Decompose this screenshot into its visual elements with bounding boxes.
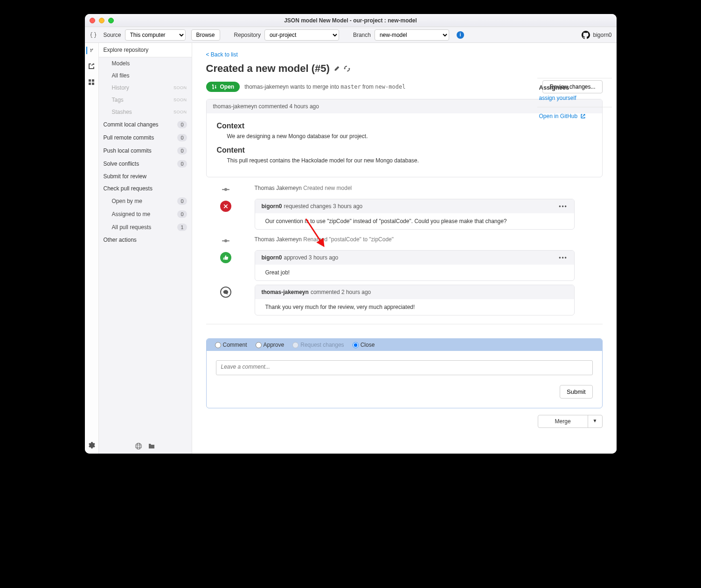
open-github-link[interactable]: Open in GitHub bbox=[539, 113, 586, 119]
pr-title: Created a new model (#5) bbox=[206, 63, 603, 75]
apps-icon[interactable] bbox=[88, 78, 95, 86]
sidebar-item-tags: TagsSOON bbox=[99, 94, 192, 106]
commit-line: Thomas Jakemeyn Created new model bbox=[255, 182, 603, 194]
sidebar-item-check-pr[interactable]: Check pull requests bbox=[99, 182, 192, 195]
review-comment: Thank you very much for the review, very… bbox=[255, 299, 574, 315]
refresh-icon[interactable] bbox=[344, 65, 350, 72]
review-panel-approve: bigorn0 approved 3 hours ago••• Great jo… bbox=[255, 250, 575, 281]
merge-desc: thomas-jakemeyn wants to merge into mast… bbox=[244, 84, 405, 90]
sidebar: Explore repository Models All files Hist… bbox=[99, 43, 192, 454]
folder-icon[interactable] bbox=[148, 442, 155, 450]
sidebar-item-all-pr[interactable]: All pull requests1 bbox=[99, 221, 192, 234]
sidebar-item-all-files[interactable]: All files bbox=[99, 70, 192, 82]
sidebar-item-stashes: StashesSOON bbox=[99, 106, 192, 118]
review-comment: Great job! bbox=[255, 265, 574, 280]
review-comment: Our convention is to use "zipCode" inste… bbox=[255, 213, 574, 229]
maximize-window-icon[interactable] bbox=[108, 18, 114, 23]
minimize-window-icon[interactable] bbox=[99, 18, 104, 23]
commit-icon bbox=[220, 184, 231, 195]
content-heading: Content bbox=[217, 146, 592, 154]
more-icon[interactable]: ••• bbox=[559, 203, 568, 210]
status-pill: Open bbox=[206, 82, 240, 92]
github-icon bbox=[582, 31, 590, 39]
review-panel-request: bigorn0 requested changes 3 hours ago•••… bbox=[255, 199, 575, 230]
reject-icon bbox=[220, 201, 231, 212]
sidebar-item-assigned-to-me[interactable]: Assigned to me0 bbox=[99, 208, 192, 221]
sidebar-item-other[interactable]: Other actions bbox=[99, 234, 192, 246]
comment-icon bbox=[220, 287, 231, 298]
opt-approve[interactable]: Approve bbox=[256, 342, 285, 348]
github-user[interactable]: bigorn0 bbox=[582, 31, 611, 39]
import-icon[interactable] bbox=[88, 63, 95, 70]
opt-comment[interactable]: Comment bbox=[215, 342, 247, 348]
pr-icon bbox=[212, 84, 217, 90]
sidebar-item-history: HistorySOON bbox=[99, 82, 192, 94]
more-icon[interactable]: ••• bbox=[559, 254, 568, 261]
app-window: JSON model New Model - our-project : new… bbox=[85, 14, 617, 454]
toolbar: Source This computer Browse Repository o… bbox=[85, 27, 617, 43]
commit-icon bbox=[220, 235, 231, 246]
titlebar: JSON model New Model - our-project : new… bbox=[85, 14, 617, 27]
sidebar-item-push-local[interactable]: Push local commits0 bbox=[99, 144, 192, 157]
approve-icon bbox=[220, 252, 231, 263]
assign-yourself-link[interactable]: assign yourself bbox=[539, 95, 576, 101]
source-select[interactable]: This computer bbox=[125, 29, 186, 41]
source-label: Source bbox=[104, 32, 121, 38]
window-title: JSON model New Model - our-project : new… bbox=[85, 17, 617, 24]
github-username: bigorn0 bbox=[593, 32, 611, 38]
repo-label: Repository bbox=[234, 32, 261, 38]
opt-request-changes: Request changes bbox=[292, 342, 344, 348]
external-link-icon bbox=[580, 113, 586, 119]
context-heading: Context bbox=[217, 122, 592, 130]
icon-rail bbox=[85, 43, 99, 454]
back-link[interactable]: < Back to list bbox=[206, 51, 603, 58]
commit-line: Thomas Jakemeyn Renamed "postalCode" to … bbox=[255, 233, 603, 245]
comment-textarea[interactable] bbox=[216, 360, 593, 375]
explore-header: Explore repository bbox=[99, 43, 192, 57]
edit-icon[interactable] bbox=[333, 65, 340, 72]
context-text: We are designing a new Mongo database fo… bbox=[227, 133, 592, 140]
merge-caret-icon[interactable]: ▼ bbox=[588, 415, 602, 427]
sidebar-item-pull-remote[interactable]: Pull remote commits0 bbox=[99, 131, 192, 144]
repo-select[interactable]: our-project bbox=[264, 29, 339, 41]
content-text: This pull request contains the Hackolade… bbox=[227, 157, 592, 164]
sidebar-item-models[interactable]: Models bbox=[99, 57, 192, 70]
sidebar-item-open-by-me[interactable]: Open by me0 bbox=[99, 195, 192, 208]
braces-icon[interactable] bbox=[90, 31, 97, 39]
merge-button[interactable]: Merge ▼ bbox=[538, 415, 603, 428]
opt-close[interactable]: Close bbox=[353, 342, 375, 348]
browse-button[interactable]: Browse bbox=[191, 29, 220, 41]
close-window-icon[interactable] bbox=[90, 18, 95, 23]
branch-icon[interactable] bbox=[86, 47, 94, 54]
comment-box: Comment Approve Request changes Close Su… bbox=[206, 338, 603, 408]
sidebar-item-submit-review[interactable]: Submit for review bbox=[99, 170, 192, 182]
review-panel-comment: thomas-jakemeyn commented 2 hours ago Th… bbox=[255, 285, 575, 315]
info-icon[interactable]: i bbox=[457, 31, 464, 39]
assignees-heading: Assignees bbox=[539, 84, 610, 91]
submit-button[interactable]: Submit bbox=[560, 385, 592, 399]
branch-label: Branch bbox=[353, 32, 371, 38]
sidebar-item-solve-conflicts[interactable]: Solve conflicts0 bbox=[99, 157, 192, 170]
main-content: < Back to list Created a new model (#5) … bbox=[192, 43, 617, 454]
aside: Assignees assign yourself Open in GitHub bbox=[537, 78, 612, 125]
settings-icon[interactable] bbox=[88, 441, 95, 449]
branch-select[interactable]: new-model bbox=[375, 29, 449, 41]
globe-icon[interactable] bbox=[135, 442, 142, 450]
sidebar-item-commit-local[interactable]: Commit local changes0 bbox=[99, 118, 192, 131]
